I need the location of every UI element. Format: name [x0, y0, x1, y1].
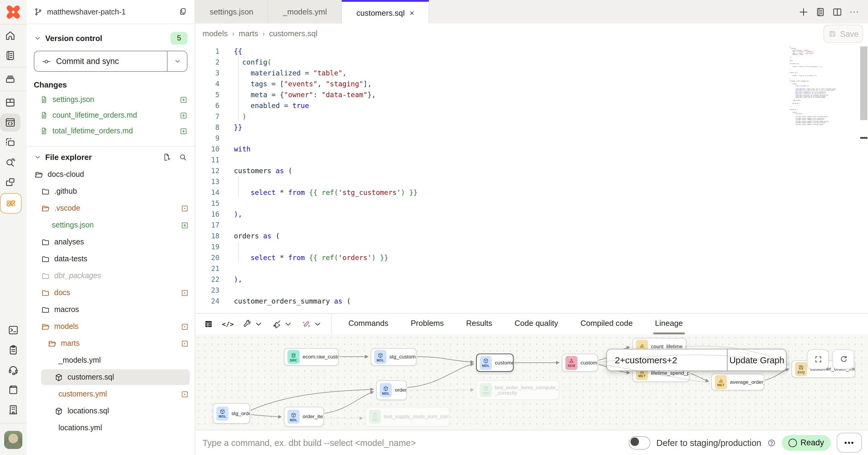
copy-files-icon[interactable] [178, 7, 187, 17]
changed-file-row[interactable]: total_lifetime_orders.md [34, 123, 187, 139]
changed-file-row[interactable]: settings.json [34, 92, 187, 107]
tree-item-label[interactable]: dbt_packages [54, 272, 195, 280]
fullscreen-button[interactable] [807, 349, 829, 369]
panel-tab-results[interactable]: Results [464, 314, 494, 334]
code-line[interactable]: }} [234, 122, 242, 133]
editor-tab-customers.sql[interactable]: customers.sql× [342, 0, 429, 24]
rail-book-icon[interactable] [3, 381, 24, 399]
lineage-node-test_order_items_compute_to_bools[interactable]: TSTtest_order_items_compute_to_bools _co… [476, 380, 559, 400]
tree-item-locations.yml[interactable]: locations.yml [27, 419, 195, 436]
code-line[interactable]: select * from {{ ref('stg_customers') }} [234, 187, 417, 198]
tree-item-label[interactable]: customers.yml [59, 390, 177, 398]
lineage-node-stg_customers[interactable]: MDLstg_customers [371, 348, 416, 366]
tree-item-label[interactable]: models [54, 322, 177, 331]
tree-item-label[interactable]: data-tests [54, 255, 195, 263]
editor-tab-_models.yml[interactable]: _models.yml [269, 0, 342, 24]
breadcrumb-segment[interactable]: customers.sql [269, 29, 317, 38]
rail-dashboard-icon[interactable] [0, 93, 21, 112]
lineage-graph[interactable]: SRCecom.raw_customersMDLstg_customersMDL… [195, 334, 868, 430]
lint-tool-group[interactable] [272, 319, 293, 329]
user-avatar[interactable] [4, 431, 22, 449]
branch-name[interactable]: matthewshaver-patch-1 [47, 7, 174, 16]
rail-building-icon[interactable] [3, 401, 24, 419]
panel-tab-code-quality[interactable]: Code quality [513, 314, 560, 334]
lineage-node-test_supply_costs_sum_correctly[interactable]: TSTtest_supply_costs_sum_correctly [365, 407, 450, 427]
journal-icon[interactable] [815, 6, 826, 17]
wrench-icon[interactable] [242, 319, 252, 329]
rail-frame-icon[interactable] [0, 133, 21, 151]
tree-item-label[interactable]: settings.json [52, 221, 177, 229]
chevron-down-icon[interactable] [34, 34, 41, 42]
search-icon[interactable] [179, 152, 187, 162]
split-editor-icon[interactable] [832, 6, 843, 17]
tree-item-analyses[interactable]: analyses [27, 233, 195, 250]
tree-item-label[interactable]: .vscode [54, 204, 177, 212]
overflow-menu-icon[interactable] [849, 6, 860, 17]
code-line[interactable]: enabled = true [234, 100, 309, 111]
lineage-node-customers[interactable]: SEMcustomers [562, 353, 598, 372]
rail-home-icon[interactable] [0, 27, 21, 45]
save-button[interactable]: Save [824, 25, 863, 43]
compile-code-icon[interactable]: </> [222, 320, 234, 328]
code-line[interactable]: {{ [234, 46, 242, 57]
tree-item-label[interactable]: analyses [54, 238, 195, 246]
tree-item-macros[interactable]: macros [27, 301, 195, 318]
rail-terminal-icon[interactable] [3, 321, 24, 339]
build-tool-group[interactable] [242, 319, 264, 329]
lineage-node-orders[interactable]: MDLorders [376, 380, 407, 400]
tree-item-label[interactable]: macros [54, 305, 195, 314]
code-lines[interactable]: 1{{2 config(3 materialized = "table",4 t… [195, 46, 868, 313]
changed-file-name[interactable]: count_lifetime_orders.md [53, 111, 176, 119]
tree-item-label[interactable]: .github [54, 187, 195, 196]
tree-item-locations.sql[interactable]: locations.sql [27, 402, 195, 419]
broom-icon[interactable] [272, 319, 281, 329]
panel-tab-problems[interactable]: Problems [409, 314, 446, 334]
tree-item-label[interactable]: customers.sql [67, 373, 195, 381]
rail-clipboard-icon[interactable] [3, 341, 24, 359]
tree-item-label[interactable]: locations.yml [59, 424, 195, 432]
more-options-button[interactable]: ••• [837, 433, 862, 453]
chevron-down-icon[interactable] [254, 319, 264, 329]
defer-toggle[interactable] [629, 436, 650, 449]
code-line[interactable]: config( [234, 57, 272, 67]
refresh-graph-button[interactable] [832, 349, 854, 369]
tree-item-data-tests[interactable]: data-tests [27, 250, 195, 267]
tree-item-.github[interactable]: .github [27, 183, 195, 200]
tab-label[interactable]: _models.yml [283, 7, 327, 16]
code-line[interactable]: with [234, 144, 250, 154]
update-graph-button[interactable]: Update Graph [727, 349, 786, 371]
lineage-node-order_items[interactable]: MDLorder_items [284, 407, 324, 427]
breadcrumb-segment[interactable]: marts [239, 29, 258, 38]
panel-tab-commands[interactable]: Commands [347, 314, 390, 334]
code-line[interactable]: customers as ( [234, 165, 292, 176]
tree-item-settings.json[interactable]: settings.json [27, 217, 195, 233]
ai-tool-group[interactable] [301, 319, 322, 329]
tree-item-docs[interactable]: docs [27, 284, 195, 301]
rail-drawer-icon[interactable] [0, 70, 21, 88]
code-line[interactable]: materialized = "table", [234, 67, 347, 79]
tree-item-label[interactable]: docs-cloud [48, 170, 195, 179]
lineage-node-stg_orders[interactable]: MDLstg_orders [213, 403, 250, 424]
minimap[interactable]: {{ config( materialized = "table", tags … [789, 47, 836, 127]
tree-item-.vscode[interactable]: .vscode [27, 200, 195, 217]
lineage-node-customers[interactable]: MDLcustomers [476, 353, 514, 372]
code-line[interactable]: ) [234, 111, 247, 122]
tree-item-dbt_packages[interactable]: dbt_packages [27, 267, 195, 284]
code-line[interactable]: ), [234, 209, 242, 220]
changed-file-row[interactable]: count_lifetime_orders.md [34, 107, 187, 123]
changed-file-name[interactable]: settings.json [53, 95, 176, 104]
tree-item-_models.yml[interactable]: _models.yml [27, 352, 195, 369]
preview-table-icon[interactable] [204, 319, 213, 329]
panel-tab-compiled-code[interactable]: Compiled code [579, 314, 634, 334]
breadcrumb-segment[interactable]: models [203, 29, 228, 38]
chevron-down-icon[interactable] [34, 153, 41, 161]
commit-and-sync-button[interactable]: Commit and sync [34, 51, 187, 72]
tree-item-models[interactable]: models [27, 318, 195, 335]
code-line[interactable]: meta = {"owner": "data-team"}, [234, 89, 376, 100]
lineage-node-average_order_value[interactable]: METaverage_order_value [711, 373, 764, 391]
magic-pen-icon[interactable] [301, 319, 311, 329]
tab-label[interactable]: settings.json [210, 7, 253, 16]
commit-options-caret[interactable] [167, 51, 187, 71]
code-line[interactable]: tags = ["events", "staging"], [234, 79, 372, 89]
tree-item-label[interactable]: docs [54, 288, 177, 297]
